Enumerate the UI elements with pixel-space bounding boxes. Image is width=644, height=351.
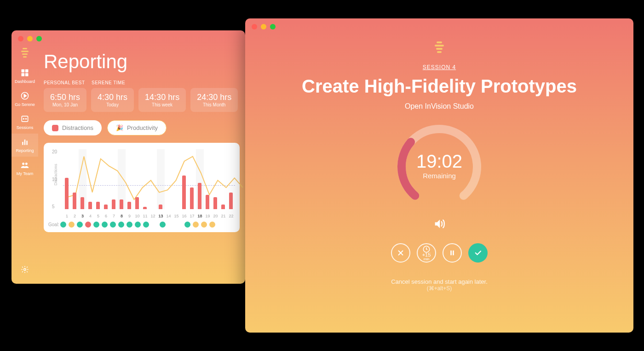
x-tick: 7: [110, 214, 118, 218]
sidebar-item-sessions[interactable]: Sessions: [12, 111, 38, 134]
chart-bar: [127, 202, 131, 209]
chart-area: 20 10 5 Distractions 1234567891011121314…: [48, 149, 235, 228]
sidebar-item-reporting[interactable]: Reporting: [12, 134, 38, 157]
timer-ring: 19:02 Remaining: [393, 121, 485, 213]
x-tick: 21: [219, 214, 227, 218]
sidebar-item-label: Dashboard: [15, 79, 35, 84]
tab-productivity[interactable]: 🎉 Productivity: [107, 120, 167, 135]
timer-text: 19:02 Remaining: [416, 151, 462, 180]
pause-button[interactable]: [443, 243, 462, 263]
goal-dot: [193, 222, 199, 228]
stat-value: 4:30 hrs: [98, 93, 127, 102]
session-subtitle: Open InVision Studio: [405, 102, 474, 111]
x-tick: 9: [126, 214, 133, 218]
reporting-main: Reporting PERSONAL BEST SERENE TIME 6:50…: [44, 51, 240, 232]
goal-dot: [102, 222, 108, 228]
goal-dot: [226, 222, 232, 228]
x-tick: 10: [133, 214, 141, 218]
cancel-shortcut: (⌘+alt+S): [391, 285, 488, 292]
complete-button[interactable]: [468, 243, 488, 263]
goal-dot: [176, 222, 182, 228]
party-icon: 🎉: [116, 124, 123, 131]
stat-cards: 6:50 hrsMon, 10 Jan4:30 hrsToday14:30 hr…: [44, 88, 240, 112]
sidebar-item-dashboard[interactable]: Dashboard: [12, 64, 38, 88]
app-logo-icon: [435, 41, 444, 53]
x-tick: 1: [63, 214, 71, 218]
close-window-button[interactable]: [252, 24, 257, 29]
chart-bar: [135, 197, 139, 209]
close-window-button[interactable]: [18, 36, 23, 41]
stat-value: 14:30 hrs: [145, 93, 179, 102]
window-controls: [245, 18, 633, 35]
goal-dots: [59, 222, 242, 228]
chart-bar: [65, 178, 69, 209]
goal-dot: [209, 222, 215, 228]
page-title: Reporting: [44, 51, 240, 73]
maximize-window-button[interactable]: [36, 36, 42, 41]
chart-bar: [112, 199, 115, 209]
cancel-hint: Cancel session and start again later. (⌘…: [391, 278, 488, 292]
x-tick: 13: [157, 214, 165, 218]
svg-rect-5: [22, 116, 28, 122]
x-tick: 17: [188, 214, 196, 218]
dashboard-icon: [20, 68, 29, 77]
x-tick: 19: [204, 214, 212, 218]
x-tick: 11: [141, 214, 149, 218]
stat-card[interactable]: 4:30 hrsToday: [91, 88, 134, 112]
x-tick: 8: [118, 214, 126, 218]
session-controls: +15 min: [391, 243, 488, 263]
chart-bar: [221, 205, 225, 209]
check-icon: [474, 249, 482, 257]
session-badge[interactable]: SESSION 4: [423, 64, 456, 70]
minimize-window-button[interactable]: [27, 36, 33, 41]
chart-bar: [198, 183, 201, 209]
x-tick: 5: [94, 214, 102, 218]
goal-dot: [69, 222, 75, 228]
svg-rect-3: [25, 73, 29, 76]
goal-dot: [118, 222, 124, 228]
x-tick: 22: [227, 214, 235, 218]
speaker-icon: [433, 217, 446, 230]
svg-rect-9: [24, 140, 26, 145]
sidebar-item-my-team[interactable]: My Team: [12, 157, 38, 180]
svg-point-12: [25, 163, 28, 165]
stat-label-serene: SERENE TIME: [92, 80, 125, 85]
x-tick: 4: [86, 214, 94, 218]
cancel-button[interactable]: [391, 243, 410, 263]
chart-bar: [213, 197, 217, 209]
goal-dot: [135, 222, 141, 228]
svg-point-6: [23, 118, 24, 119]
goal-dot: [201, 222, 207, 228]
stat-card[interactable]: 6:50 hrsMon, 10 Jan: [44, 88, 86, 112]
svg-rect-17: [450, 251, 452, 256]
chart-bar: [182, 176, 186, 209]
cancel-hint-line: Cancel session and start again later.: [391, 278, 488, 285]
timer-label: Remaining: [416, 172, 462, 180]
chart-icon: [20, 137, 29, 146]
chart-bar: [159, 205, 162, 209]
stat-sub: Mon, 10 Jan: [50, 102, 80, 107]
minimize-window-button[interactable]: [261, 24, 266, 29]
chart-bar: [120, 199, 123, 209]
sidebar-item-go-serene[interactable]: Go Serene: [12, 88, 38, 111]
maximize-window-button[interactable]: [270, 24, 276, 29]
goal-dot: [143, 222, 149, 228]
add-15-button[interactable]: +15 min: [417, 243, 436, 263]
settings-button[interactable]: [21, 265, 29, 275]
x-tick: 16: [180, 214, 188, 218]
chart-bar: [206, 195, 209, 209]
chart-plot: [63, 149, 235, 209]
chart-bar: [88, 202, 92, 209]
play-icon: [20, 91, 29, 100]
sound-button[interactable]: [433, 217, 446, 232]
tab-distractions[interactable]: Distractions: [44, 120, 102, 135]
chart-bar: [104, 205, 108, 209]
stat-card[interactable]: 14:30 hrsThis week: [138, 88, 186, 112]
goal-dot: [60, 222, 66, 228]
productivity-line: [63, 149, 245, 209]
stat-sub: Today: [98, 102, 127, 107]
stat-card[interactable]: 24:30 hrsThis Month: [190, 88, 238, 112]
y-tick: 20: [52, 149, 57, 154]
app-logo-icon: [19, 47, 30, 58]
tab-label: Productivity: [127, 124, 158, 131]
